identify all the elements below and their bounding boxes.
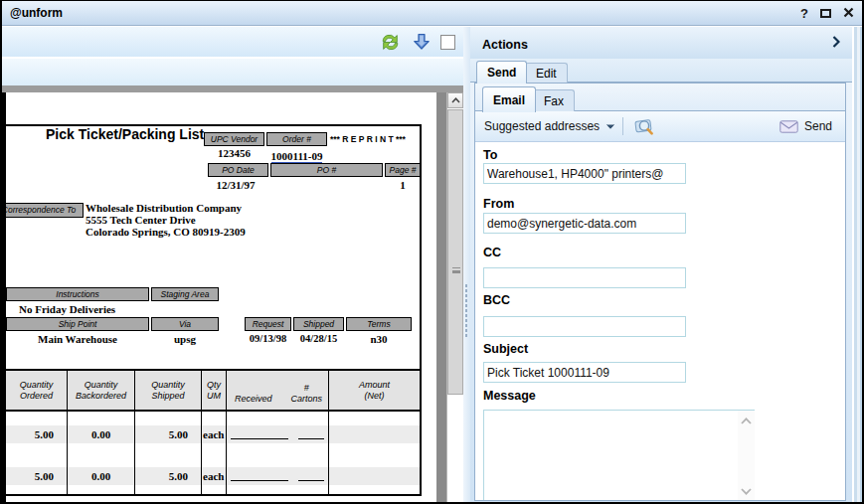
qty-backordered-value: 0.00 (68, 425, 135, 443)
refresh-button[interactable] (379, 31, 402, 54)
col-cartons: # Cartons (290, 383, 322, 405)
col-received: Received (235, 394, 272, 405)
close-button[interactable] (843, 7, 854, 20)
cc-input[interactable] (483, 267, 686, 288)
send-tab-content: Email Fax Suggested addresses (474, 83, 846, 501)
document-scrollbar[interactable] (446, 92, 463, 503)
col-quantity-ordered: Quantity Ordered (6, 371, 68, 410)
po-date-value: 12/31/97 (201, 179, 270, 191)
via-header: Via (151, 317, 219, 331)
page-number-value: 1 (385, 179, 421, 191)
subject-label: Subject (483, 342, 528, 356)
bcc-label: BCC (483, 293, 510, 307)
via-value: upsg (151, 333, 219, 345)
toolbar-separator (622, 117, 623, 135)
message-textarea[interactable] (483, 410, 755, 501)
items-spacer-row (6, 443, 420, 467)
address-search-button[interactable] (631, 114, 657, 138)
actions-panel-header: Actions (470, 27, 852, 59)
to-input[interactable] (483, 163, 686, 184)
send-button[interactable]: Send (776, 117, 836, 135)
from-label: From (483, 197, 514, 211)
unform-window: @unform ? Pick Ticket/Packi (0, 0, 864, 504)
tab-edit[interactable]: Edit (525, 63, 568, 84)
preview-top-edge (2, 85, 463, 92)
refresh-icon (380, 32, 401, 53)
amount-value (329, 425, 420, 443)
form-right-border (420, 124, 422, 369)
terms-value: n30 (346, 333, 412, 345)
amount-value (329, 467, 420, 485)
suggested-addresses-label: Suggested addresses (484, 119, 600, 133)
chevron-up-icon[interactable] (741, 418, 752, 424)
window-titlebar: @unform ? (2, 1, 862, 26)
form-top-border (6, 124, 422, 126)
tab-email[interactable]: Email (482, 86, 536, 112)
scrollbar-grip-icon (452, 267, 460, 273)
qty-shipped-value: 5.00 (135, 425, 202, 443)
email-form: To From CC BCC Subject Message (475, 142, 845, 500)
qty-ordered-value: 5.00 (6, 467, 68, 485)
items-spacer-row (6, 485, 420, 494)
col-amount-net: Amount (Net) (329, 371, 420, 410)
tab-send[interactable]: Send (476, 61, 527, 84)
staging-area-header: Staging Area (151, 287, 219, 301)
reprint-stamp: *** R E P R I N T *** (330, 134, 406, 144)
message-scrollbar[interactable] (738, 411, 755, 501)
send-button-label: Send (804, 119, 832, 133)
cc-label: CC (483, 246, 501, 259)
col-quantity-shipped: Quantity Shipped (135, 371, 202, 410)
pane-splitter[interactable] (463, 27, 470, 503)
order-number-header: Order # (266, 132, 327, 146)
maximize-button[interactable] (820, 7, 831, 20)
page-number-header: Page # (385, 163, 421, 177)
scroll-up-button[interactable] (447, 92, 463, 108)
col-quantity-backordered: Quantity Backordered (68, 371, 135, 410)
line-items-table: Quantity Ordered Quantity Backordered Qu… (6, 369, 422, 496)
address-search-icon (634, 117, 655, 136)
document-preview-viewport: Pick Ticket/Packing List UPC Vendor Orde… (2, 92, 446, 503)
ship-point-value: Main Warehouse (6, 333, 149, 345)
request-header: Request (245, 317, 291, 331)
to-label: To (483, 148, 497, 162)
received-blank (227, 467, 329, 485)
from-input[interactable] (483, 213, 686, 234)
message-label: Message (483, 389, 536, 403)
po-number-header: PO # (270, 163, 383, 177)
po-date-header: PO Date (208, 163, 268, 177)
chevron-up-icon (451, 97, 460, 103)
select-page-checkbox[interactable] (440, 35, 455, 50)
qty-shipped-value: 5.00 (135, 467, 202, 485)
qty-ordered-value: 5.00 (6, 425, 68, 443)
suggested-addresses-dropdown[interactable]: Suggested addresses (484, 119, 614, 133)
close-icon (843, 7, 854, 18)
upc-vendor-header: UPC Vendor (204, 132, 264, 146)
instructions-header: Instructions (6, 287, 149, 301)
download-button[interactable] (410, 31, 432, 54)
shipped-header: Shipped (293, 317, 344, 331)
help-button[interactable]: ? (800, 7, 808, 20)
qty-backordered-value: 0.00 (68, 467, 135, 485)
collapse-panel-button[interactable] (832, 34, 840, 52)
scrollbar-thumb[interactable] (447, 109, 463, 395)
email-fax-tabstrip: Email Fax (475, 84, 845, 111)
ship-point-header: Ship Point (6, 317, 149, 331)
items-spacer-row (6, 412, 420, 425)
col-qty-um: Qty UM (202, 371, 227, 410)
col-received-cartons: Received # Cartons (227, 371, 329, 410)
order-number-link[interactable]: 1000111-09 (271, 150, 323, 163)
subject-input[interactable] (483, 362, 686, 383)
upc-vendor-value: 123456 (204, 147, 264, 159)
email-toolbar: Suggested addresses Send (475, 111, 845, 142)
document-title: Pick Ticket/Packing List (46, 126, 204, 142)
correspondence-to-header: Correspondence To (2, 203, 84, 218)
terms-header: Terms (346, 317, 412, 331)
chevron-down-icon[interactable] (741, 488, 752, 495)
bcc-input[interactable] (483, 316, 686, 337)
toolbar-spacer-band (2, 59, 463, 85)
document-toolbar (2, 27, 463, 58)
window-edge-stripes (852, 27, 864, 503)
tab-fax[interactable]: Fax (533, 89, 575, 112)
splitter-grip-icon (464, 283, 469, 339)
received-blank (227, 425, 329, 443)
